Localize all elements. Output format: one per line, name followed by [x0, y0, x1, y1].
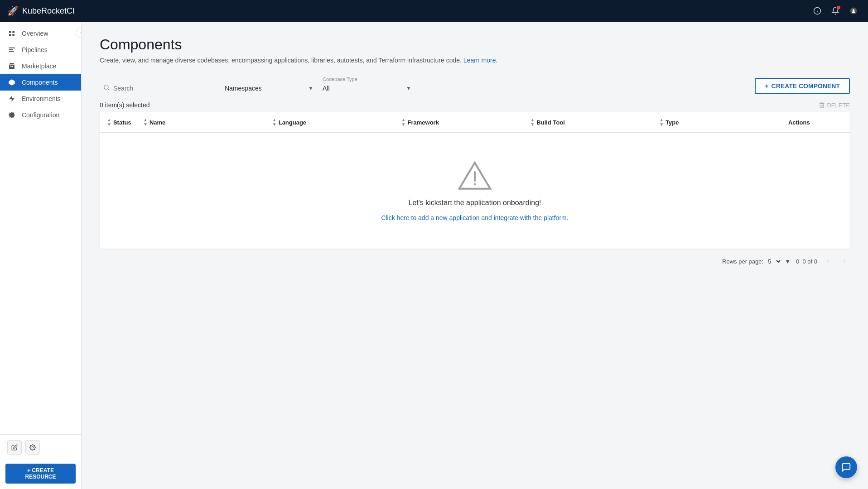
settings-button[interactable] [25, 440, 40, 455]
sidebar-item-pipelines-label: Pipelines [22, 46, 48, 53]
page-title: Components [100, 36, 850, 53]
marketplace-icon [7, 62, 16, 70]
info-button[interactable] [810, 4, 825, 18]
col-language[interactable]: ▲▼ Language [272, 118, 401, 127]
topnav-actions [810, 4, 861, 18]
empty-title: Let's kickstart the application onboardi… [408, 199, 541, 207]
next-page-button[interactable] [839, 256, 850, 267]
app-layout: ‹ Overview Pipelines Marketplace [0, 22, 868, 489]
col-type[interactable]: ▲▼ Type [659, 118, 788, 127]
sidebar-item-overview-label: Overview [22, 30, 48, 37]
configuration-icon [7, 111, 16, 119]
sort-language-icon: ▲▼ [272, 118, 277, 127]
environments-icon [7, 95, 16, 102]
sidebar-footer [0, 434, 81, 460]
empty-state: Let's kickstart the application onboardi… [100, 133, 850, 249]
sidebar-item-components[interactable]: Components [0, 74, 81, 91]
namespace-select-wrapper: Namespaces ▼ [225, 83, 315, 94]
sidebar-item-marketplace-label: Marketplace [22, 62, 56, 70]
create-resource-button[interactable]: + CREATE RESOURCE [5, 464, 76, 484]
col-status[interactable]: ▲▼ Status [107, 118, 143, 127]
codebase-type-select-wrapper: All Application Library Autotest ▼ [323, 83, 413, 94]
components-icon [7, 79, 16, 86]
sidebar-item-environments-label: Environments [22, 95, 61, 102]
main-content: Components Create, view, and manage dive… [82, 22, 868, 489]
empty-action-link[interactable]: Click here to add a new application and … [381, 214, 568, 221]
svg-rect-7 [9, 34, 11, 36]
create-component-icon: + [765, 82, 768, 90]
sort-buildtool-icon: ▲▼ [530, 118, 535, 127]
filters-row: Namespaces ▼ Codebase Type All Applicati… [100, 77, 850, 94]
sidebar-item-pipelines[interactable]: Pipelines [0, 42, 81, 58]
col-framework[interactable]: ▲▼ Framework [401, 118, 530, 127]
svg-rect-10 [9, 49, 13, 50]
sidebar-item-overview[interactable]: Overview [0, 25, 81, 42]
rows-per-page-dropdown-icon: ▼ [785, 258, 791, 265]
create-resource-label: + CREATE RESOURCE [12, 467, 69, 480]
svg-marker-14 [9, 96, 14, 101]
rows-per-page-label: Rows per page: [722, 258, 763, 265]
chat-fab-button[interactable] [835, 456, 857, 478]
warning-icon [457, 160, 493, 192]
sidebar: ‹ Overview Pipelines Marketplace [0, 22, 82, 489]
app-name: KubeRocketCI [22, 6, 75, 16]
col-actions-label: Actions [788, 119, 810, 126]
svg-point-15 [32, 446, 34, 448]
selection-bar: 0 item(s) selected DELETE [100, 101, 850, 109]
pagination-row: Rows per page: 5 10 25 ▼ 0–0 of 0 [100, 256, 850, 267]
prev-page-button[interactable] [823, 256, 834, 267]
table-header: ▲▼ Status ▲▼ Name ▲▼ Language ▲▼ Framewo… [100, 112, 850, 133]
namespace-select[interactable]: Namespaces [225, 85, 308, 92]
page-info: 0–0 of 0 [796, 258, 817, 265]
create-component-button[interactable]: + CREATE COMPONENT [755, 78, 850, 94]
col-buildtool[interactable]: ▲▼ Build Tool [530, 118, 659, 127]
sidebar-item-components-label: Components [22, 79, 58, 86]
sidebar-item-marketplace[interactable]: Marketplace [0, 58, 81, 74]
col-name[interactable]: ▲▼ Name [143, 118, 272, 127]
sidebar-item-configuration[interactable]: Configuration [0, 107, 81, 123]
svg-rect-11 [9, 51, 14, 52]
svg-rect-6 [12, 31, 14, 33]
notifications-button[interactable] [828, 4, 843, 18]
learn-more-link[interactable]: Learn more. [463, 57, 497, 64]
svg-marker-13 [9, 79, 14, 85]
sort-type-icon: ▲▼ [659, 118, 664, 127]
svg-point-16 [104, 85, 108, 89]
col-buildtool-label: Build Tool [536, 119, 565, 126]
table-container: ▲▼ Status ▲▼ Name ▲▼ Language ▲▼ Framewo… [100, 112, 850, 249]
codebase-type-select[interactable]: All Application Library Autotest [323, 85, 406, 92]
search-field [100, 82, 217, 94]
search-input[interactable] [113, 85, 214, 92]
topnav: 🚀 KubeRocketCI [0, 0, 868, 22]
codebase-type-label: Codebase Type [323, 77, 413, 82]
col-language-label: Language [279, 119, 306, 126]
svg-point-4 [853, 9, 855, 11]
col-framework-label: Framework [408, 119, 439, 126]
page-subtitle: Create, view, and manage diverse codebas… [100, 57, 850, 64]
sidebar-nav: Overview Pipelines Marketplace Component… [0, 22, 81, 434]
sidebar-item-environments[interactable]: Environments [0, 91, 81, 107]
pipelines-icon [7, 46, 16, 53]
rocket-icon: 🚀 [7, 5, 19, 16]
rows-per-page-select[interactable]: 5 10 25 [766, 258, 782, 265]
page-subtitle-text: Create, view, and manage diverse codebas… [100, 57, 462, 64]
codebase-type-dropdown-icon: ▼ [406, 85, 411, 91]
svg-rect-9 [9, 48, 14, 48]
col-name-label: Name [149, 119, 165, 126]
codebase-type-field: Codebase Type All Application Library Au… [323, 77, 413, 94]
col-type-label: Type [665, 119, 679, 126]
namespace-dropdown-icon: ▼ [308, 85, 313, 91]
svg-rect-8 [12, 34, 14, 36]
sidebar-item-configuration-label: Configuration [22, 111, 59, 119]
search-icon [103, 84, 110, 92]
sort-framework-icon: ▲▼ [401, 118, 406, 127]
account-button[interactable] [846, 4, 861, 18]
edit-button[interactable] [7, 440, 22, 455]
col-actions: Actions [788, 119, 843, 126]
svg-rect-5 [9, 31, 11, 33]
delete-button[interactable]: DELETE [819, 102, 850, 109]
delete-label: DELETE [827, 102, 850, 109]
namespace-select-field: Namespaces ▼ [225, 83, 315, 94]
selection-count: 0 item(s) selected [100, 101, 149, 109]
overview-icon [7, 30, 16, 37]
